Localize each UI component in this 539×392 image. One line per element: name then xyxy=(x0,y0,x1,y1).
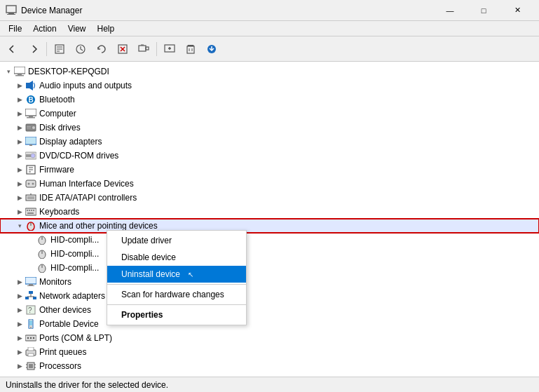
tree-hid[interactable]: ▶ Human Interface Devices xyxy=(0,177,539,191)
expand-mice[interactable]: ▾ xyxy=(14,219,25,233)
firmware-icon xyxy=(25,164,36,175)
maximize-button[interactable]: □ xyxy=(468,0,500,21)
expand-monitors[interactable]: ▶ xyxy=(14,275,25,289)
tree-audio[interactable]: ▶ Audio inputs and outputs xyxy=(0,79,539,93)
expand-print[interactable]: ▶ xyxy=(14,345,25,359)
toolbar-sep-2 xyxy=(156,42,157,56)
menu-view[interactable]: View xyxy=(62,22,92,35)
context-properties[interactable]: Properties xyxy=(107,306,246,323)
toolbar-update[interactable] xyxy=(71,40,90,58)
expand-firmware[interactable]: ▶ xyxy=(14,163,25,177)
tree-firmware[interactable]: ▶ Firmware xyxy=(0,163,539,177)
expand-disk[interactable]: ▶ xyxy=(14,121,25,135)
hid-label: Human Interface Devices xyxy=(39,179,134,189)
toolbar-properties[interactable] xyxy=(50,40,69,58)
computer-icon xyxy=(14,66,25,77)
expand-keyboard[interactable]: ▶ xyxy=(14,205,25,219)
close-button[interactable]: ✕ xyxy=(501,0,533,21)
expand-other[interactable]: ▶ xyxy=(14,303,25,317)
toolbar-remove[interactable] xyxy=(181,40,200,58)
hid-device-icon-2 xyxy=(36,248,48,259)
menu-bar: File Action View Help xyxy=(0,21,539,36)
svg-marker-27 xyxy=(29,81,33,90)
expand-portable[interactable]: ▶ xyxy=(14,317,25,331)
sw-components-icon xyxy=(25,374,36,377)
toolbar-sep-1 xyxy=(46,42,47,56)
expand-network[interactable]: ▶ xyxy=(14,289,25,303)
expand-display[interactable]: ▶ xyxy=(14,135,25,149)
expand-root[interactable]: ▾ xyxy=(3,65,14,79)
toolbar xyxy=(0,36,539,62)
expand-ide[interactable]: ▶ xyxy=(14,191,25,205)
context-scan-hardware[interactable]: Scan for hardware changes xyxy=(107,286,246,303)
menu-file[interactable]: File xyxy=(3,22,27,35)
hid-device-icon-1 xyxy=(36,234,48,245)
expand-audio[interactable]: ▶ xyxy=(14,79,25,93)
tree-print[interactable]: ▶ Print queues xyxy=(0,345,539,359)
keyboard-label: Keyboards xyxy=(39,207,79,217)
tree-hid-device-2[interactable]: ▶ HID-compli... xyxy=(0,247,539,261)
svg-rect-74 xyxy=(33,297,36,299)
svg-text:B: B xyxy=(29,96,34,104)
tree-computer[interactable]: ▶ Computer xyxy=(0,107,539,121)
ports-label: Ports (COM & LPT) xyxy=(39,333,112,343)
context-update-driver[interactable]: Update driver xyxy=(107,232,246,249)
toolbar-rollback[interactable] xyxy=(92,40,111,58)
tree-hid-device-1[interactable]: ▶ HID-compli... xyxy=(0,233,539,247)
tree-mice[interactable]: ▾ Mice and other pointing devices xyxy=(0,219,539,233)
tree-monitors[interactable]: ▶ Monitors xyxy=(0,275,539,289)
tree-sw-components[interactable]: ▶ Software components xyxy=(0,373,539,377)
other-label: Other devices xyxy=(39,305,91,315)
tree-display[interactable]: ▶ Display adapters xyxy=(0,135,539,149)
expand-hid[interactable]: ▶ xyxy=(14,177,25,191)
svg-rect-71 xyxy=(27,285,34,286)
svg-rect-53 xyxy=(25,208,36,215)
tree-root[interactable]: ▾ DESKTOP-KEPQGDI xyxy=(0,65,539,79)
expand-computer[interactable]: ▶ xyxy=(14,107,25,121)
tree-dvd[interactable]: ▶ DVD/CD-ROM drives xyxy=(0,149,539,163)
tree-ports[interactable]: ▶ Ports (COM & LPT) xyxy=(0,331,539,345)
portable-label: Portable Device xyxy=(39,319,99,329)
svg-rect-88 xyxy=(28,353,34,356)
svg-point-34 xyxy=(32,126,35,129)
computer-icon2 xyxy=(25,108,36,119)
svg-rect-11 xyxy=(139,46,146,51)
toolbar-back[interactable] xyxy=(3,40,22,58)
expand-processors[interactable]: ▶ xyxy=(14,359,25,373)
tree-other[interactable]: ▶ ? Other devices xyxy=(0,303,539,317)
menu-action[interactable]: Action xyxy=(27,22,62,35)
tree-hid-device-3[interactable]: ▶ HID-compli... xyxy=(0,261,539,275)
toolbar-forward[interactable] xyxy=(24,40,43,58)
portable-icon xyxy=(25,318,36,330)
hid-device-label-3: HID-compli... xyxy=(50,263,99,273)
tree-portable[interactable]: ▶ Portable Device xyxy=(0,317,539,331)
svg-rect-18 xyxy=(187,46,194,53)
svg-rect-31 xyxy=(29,116,33,117)
svg-rect-51 xyxy=(27,196,34,199)
display-icon xyxy=(25,136,36,147)
hid-icon xyxy=(25,178,36,189)
svg-rect-57 xyxy=(33,210,34,211)
minimize-button[interactable]: — xyxy=(434,0,466,21)
device-tree[interactable]: ▾ DESKTOP-KEPQGDI ▶ Audio inputs and xyxy=(0,62,539,377)
menu-help[interactable]: Help xyxy=(92,22,121,35)
tree-ide[interactable]: ▶ IDE ATA/ATAPI controllers xyxy=(0,191,539,205)
toolbar-download[interactable] xyxy=(202,40,221,58)
hid-device-label-1: HID-compli... xyxy=(50,235,99,245)
expand-sw-components[interactable]: ▶ xyxy=(14,373,25,377)
context-uninstall-device[interactable]: Uninstall device ↖ xyxy=(107,266,246,283)
expand-dvd[interactable]: ▶ xyxy=(14,149,25,163)
expand-bluetooth[interactable]: ▶ xyxy=(14,93,25,107)
tree-network[interactable]: ▶ Network adapters xyxy=(0,289,539,303)
tree-bluetooth[interactable]: ▶ B Bluetooth xyxy=(0,93,539,107)
svg-rect-87 xyxy=(28,347,34,351)
toolbar-scan[interactable] xyxy=(134,40,153,58)
toolbar-add[interactable] xyxy=(160,40,179,58)
context-disable-device[interactable]: Disable device xyxy=(107,249,246,266)
tree-disk[interactable]: ▶ Disk drives xyxy=(0,121,539,135)
toolbar-uninstall[interactable] xyxy=(113,40,132,58)
tree-keyboard[interactable]: ▶ Keyboards xyxy=(0,205,539,219)
expand-ports[interactable]: ▶ xyxy=(14,331,25,345)
tree-processors[interactable]: ▶ Processors xyxy=(0,359,539,373)
audio-label: Audio inputs and outputs xyxy=(39,81,132,90)
